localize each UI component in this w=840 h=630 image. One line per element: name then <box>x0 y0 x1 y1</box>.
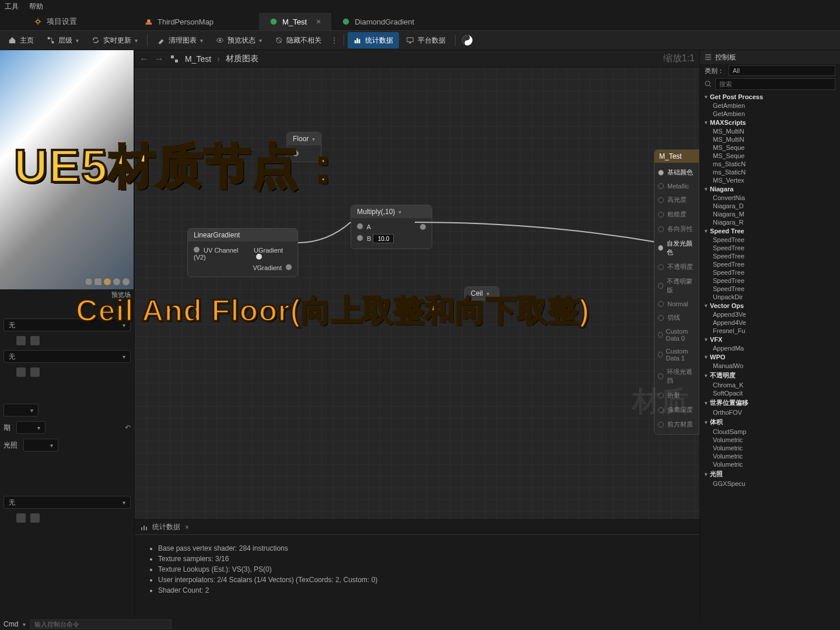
output-pin[interactable] <box>256 254 262 260</box>
tree-item[interactable]: Volumetric <box>700 436 840 444</box>
tree-category[interactable]: WPO <box>700 352 840 362</box>
stats-tab-label[interactable]: 统计数据 <box>152 522 180 532</box>
tree-category[interactable]: 世界位置偏移 <box>700 397 840 408</box>
platform-button[interactable]: 平台数据 <box>400 32 452 48</box>
folder-icon[interactable] <box>30 368 40 377</box>
prop-select-3[interactable]: ▾ <box>4 404 38 416</box>
folder-icon[interactable] <box>30 336 40 345</box>
result-pin[interactable]: 自发光颜色 <box>658 236 695 260</box>
tree-item[interactable]: Niagara_M <box>700 210 840 218</box>
shape-custom[interactable] <box>122 278 130 286</box>
result-pin[interactable]: 基础颜色 <box>658 165 695 180</box>
close-icon[interactable]: × <box>185 523 189 531</box>
tree-item[interactable]: ms_StaticN <box>700 168 840 176</box>
tree-item[interactable]: GetAmbien <box>700 110 840 118</box>
tree-category[interactable]: Vector Ops <box>700 301 840 310</box>
result-pin[interactable]: Custom Data 0 <box>658 325 695 345</box>
tab-diamondgradient[interactable]: DiamondGradient <box>331 13 425 30</box>
tree-category[interactable]: 不透明度 <box>700 370 840 381</box>
result-pin[interactable]: 不透明蒙版 <box>658 274 695 298</box>
tree-item[interactable]: ManualWo <box>700 362 840 370</box>
tree-item[interactable]: CloudSamp <box>700 428 840 436</box>
result-pin[interactable]: 高光度 <box>658 192 695 207</box>
tree-item[interactable]: MS_Vertex <box>700 176 840 184</box>
stats-button[interactable]: 统计数据 <box>348 32 399 48</box>
tree-item[interactable]: SpeedTree <box>700 244 840 252</box>
prop-select-6[interactable]: 无▾ <box>4 496 131 509</box>
shape-plane[interactable] <box>113 278 121 286</box>
tree-category[interactable]: Niagara <box>700 184 840 194</box>
undo-icon[interactable]: ↶ <box>125 424 131 432</box>
tree-item[interactable]: MS_Seque <box>700 152 840 160</box>
more-icon[interactable]: ⋮ <box>328 36 340 44</box>
input-pin-a[interactable] <box>357 223 363 229</box>
live-button[interactable]: 实时更新 ▾ <box>86 32 144 48</box>
output-pin[interactable] <box>286 264 292 270</box>
nav-forward[interactable]: → <box>155 54 164 64</box>
tree-item[interactable]: Fresnel_Fu <box>700 327 840 335</box>
result-pin[interactable]: Custom Data 1 <box>658 345 695 365</box>
input-pin-b[interactable] <box>357 235 363 241</box>
tree-item[interactable]: MS_MultiN <box>700 127 840 135</box>
result-pin[interactable]: Normal <box>658 298 695 310</box>
category-select[interactable]: All <box>729 65 835 76</box>
tree-item[interactable]: SpeedTree <box>700 276 840 285</box>
tree-item[interactable]: OrthoFOV <box>700 408 840 416</box>
level-button[interactable]: 层级 ▾ <box>41 32 85 48</box>
palette-tree[interactable]: Get Post ProcessGetAmbienGetAmbienMAXScr… <box>700 91 840 618</box>
tree-item[interactable]: Niagara_R <box>700 218 840 226</box>
menu-help[interactable]: 帮助 <box>29 2 43 12</box>
prop-select-5[interactable]: ▾ <box>23 439 58 452</box>
browse-icon[interactable] <box>16 336 26 345</box>
tab-m-test[interactable]: M_Test × <box>259 13 331 30</box>
search-input[interactable] <box>715 78 835 90</box>
tree-item[interactable]: ms_StaticN <box>700 160 840 168</box>
value-input[interactable] <box>373 234 394 243</box>
node-lineargradient[interactable]: LinearGradient UV Channel (V2)UGradient … <box>187 228 298 277</box>
tree-item[interactable]: GGXSpecu <box>700 480 840 488</box>
tab-project-settings[interactable]: 项目设置 <box>23 13 88 30</box>
tree-item[interactable]: Append4Ve <box>700 318 840 327</box>
tree-item[interactable]: SpeedTree <box>700 236 840 244</box>
home-button[interactable]: 主页 <box>2 32 40 48</box>
tree-item[interactable]: SpeedTree <box>700 260 840 268</box>
result-pin[interactable]: 粗糙度 <box>658 207 695 222</box>
tree-item[interactable]: AppendMa <box>700 344 840 352</box>
tree-item[interactable]: Niagara_D <box>700 202 840 210</box>
result-pin[interactable]: 不透明度 <box>658 260 695 274</box>
tree-item[interactable]: MS_Seque <box>700 144 840 152</box>
tree-item[interactable]: Volumetric <box>700 444 840 452</box>
result-pin[interactable]: 各向异性 <box>658 222 695 236</box>
crumb-root[interactable]: M_Test <box>185 54 211 64</box>
tree-item[interactable]: SpeedTree <box>700 252 840 260</box>
result-pin[interactable]: Metallic <box>658 180 695 192</box>
tree-item[interactable]: UnpackDir <box>700 293 840 301</box>
browse-icon[interactable] <box>16 368 26 377</box>
input-pin[interactable] <box>194 247 200 253</box>
tree-item[interactable]: Chroma_K <box>700 381 840 389</box>
tree-item[interactable]: SoftOpacit <box>700 389 840 397</box>
prop-select-2[interactable]: 无▾ <box>4 350 131 363</box>
tree-item[interactable]: ConvertNia <box>700 194 840 202</box>
menu-tools[interactable]: 工具 <box>5 2 19 12</box>
tree-category[interactable]: Get Post Process <box>700 92 840 102</box>
tree-category[interactable]: MAXScripts <box>700 118 840 127</box>
prop-select-4[interactable]: ▾ <box>16 421 46 434</box>
tree-item[interactable]: Volumetric <box>700 460 840 468</box>
close-icon[interactable]: × <box>316 17 321 26</box>
folder-icon[interactable] <box>30 513 40 523</box>
command-input[interactable] <box>30 620 172 629</box>
browse-icon[interactable] <box>16 513 26 523</box>
nav-back[interactable]: ← <box>139 54 149 64</box>
tree-category[interactable]: 体积 <box>700 416 840 428</box>
tree-item[interactable]: SpeedTree <box>700 285 840 293</box>
preview-button[interactable]: 预览状态 ▾ <box>210 32 268 48</box>
result-pin[interactable]: 切线 <box>658 310 695 325</box>
clear-button[interactable]: 清理图表 ▾ <box>151 32 209 48</box>
tree-item[interactable]: Volumetric <box>700 452 840 460</box>
output-pin[interactable] <box>420 224 426 230</box>
crumb-sub[interactable]: 材质图表 <box>226 54 258 64</box>
tree-item[interactable]: GetAmbien <box>700 102 840 110</box>
shape-cylinder[interactable] <box>103 278 111 286</box>
shape-sphere[interactable] <box>85 278 93 286</box>
